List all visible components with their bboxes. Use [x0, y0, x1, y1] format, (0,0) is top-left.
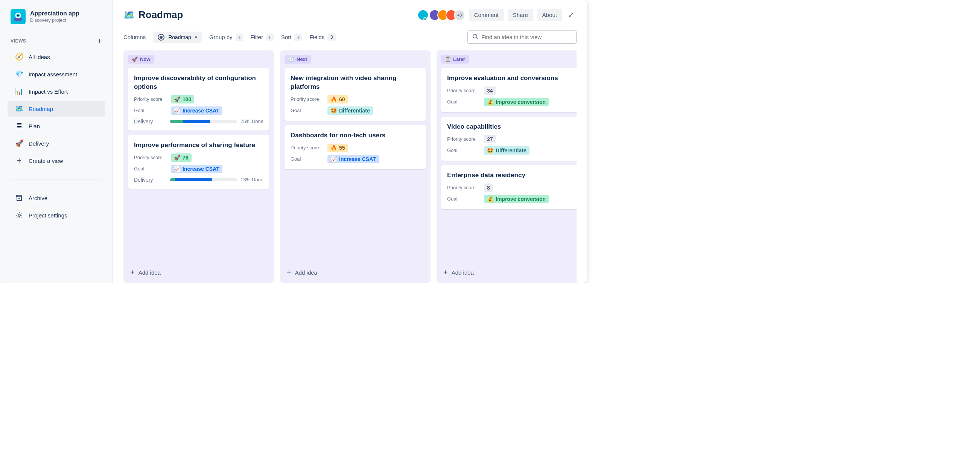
add-idea-label: Add idea — [138, 270, 161, 276]
goal-badge: 🤩Differentiate — [328, 106, 373, 115]
goal-label: Goal — [291, 156, 323, 162]
goal-badge: 📈Increase CSAT — [328, 155, 379, 163]
add-view-button[interactable]: + — [97, 37, 102, 45]
avatars-overflow[interactable]: +3 — [454, 10, 465, 21]
sort-control[interactable]: Sort + — [281, 33, 302, 41]
card-title: New integration with video sharing platf… — [291, 74, 420, 91]
add-idea-button[interactable]: +Add idea — [441, 264, 577, 278]
priority-label: Priority score — [447, 136, 479, 142]
goal-icon: 🤩 — [487, 147, 493, 154]
sidebar-item-label: Plan — [29, 123, 40, 129]
columns-label[interactable]: Columns — [123, 34, 146, 40]
map-icon: 🗺️ — [15, 105, 23, 113]
search-input-wrapper[interactable] — [468, 30, 577, 44]
presence-avatars[interactable]: +3 — [420, 10, 465, 21]
goal-label: Goal — [134, 108, 166, 113]
sidebar: Appreciation app Discovery project VIEWS… — [0, 0, 113, 283]
columns-dropdown[interactable]: Roadmap ▾ — [153, 32, 202, 43]
expand-icon[interactable]: ⤢ — [566, 8, 577, 21]
idea-card[interactable]: Video capabilitiesPriority score27Goal🤩D… — [441, 117, 577, 161]
idea-card[interactable]: Improve discoverability of configuration… — [128, 68, 269, 130]
create-view-button[interactable]: + Create a view — [8, 153, 105, 168]
goal-text: Differentiate — [496, 147, 527, 154]
column-name: Next — [297, 56, 307, 62]
board-column: ⏳LaterImprove evaluation and conversions… — [437, 51, 577, 283]
add-idea-button[interactable]: +Add idea — [285, 264, 426, 278]
idea-card[interactable]: New integration with video sharing platf… — [285, 68, 426, 121]
column-header[interactable]: 🕘Next — [285, 55, 311, 63]
column-header[interactable]: ⏳Later — [441, 55, 469, 63]
svg-line-9 — [476, 38, 478, 39]
goal-label: Goal — [447, 147, 479, 153]
page-title: Roadmap — [138, 9, 183, 21]
plus-icon: + — [235, 33, 243, 41]
priority-value: 34 — [487, 88, 493, 94]
project-logo — [11, 9, 25, 24]
priority-value: 27 — [487, 136, 493, 142]
idea-card[interactable]: Enterprise data residencyPriority score8… — [441, 165, 577, 209]
goal-icon: 🤩 — [331, 108, 337, 114]
goal-text: Improve conversion — [496, 196, 546, 202]
sidebar-item-label: Impact vs Effort — [29, 89, 68, 95]
goal-label: Goal — [447, 99, 479, 105]
about-button[interactable]: About — [537, 9, 562, 21]
project-header[interactable]: Appreciation app Discovery project — [3, 8, 110, 30]
progress-bar — [170, 120, 237, 123]
share-button[interactable]: Share — [508, 9, 533, 21]
comment-button[interactable]: Comment — [469, 9, 504, 21]
gear-icon — [15, 211, 23, 219]
project-subtitle: Discovery project — [30, 18, 80, 23]
sidebar-item-all-ideas[interactable]: 🧭 All ideas — [8, 49, 105, 65]
priority-value: 60 — [339, 96, 345, 102]
badge-icon: 🚀 — [174, 96, 180, 102]
list-icon: ≣ — [15, 122, 23, 130]
sidebar-item-roadmap[interactable]: 🗺️ Roadmap — [8, 101, 105, 117]
plus-icon: + — [443, 268, 448, 277]
svg-point-3 — [18, 15, 19, 17]
priority-badge: 🚀78 — [171, 154, 192, 162]
avatar[interactable] — [417, 10, 429, 21]
card-title: Improve evaluation and conversions — [447, 74, 577, 83]
rocket-icon: 🚀 — [15, 139, 23, 147]
groupby-control[interactable]: Group by + — [209, 33, 243, 41]
delivery-label: Delivery — [134, 177, 166, 183]
sidebar-item-label: Delivery — [29, 140, 49, 147]
sidebar-item-archive[interactable]: Archive — [8, 190, 105, 206]
filter-control[interactable]: Filter + — [251, 33, 274, 41]
priority-value: 78 — [183, 155, 189, 161]
goal-badge: 💰Improve conversion — [484, 195, 549, 203]
goal-badge: 🤩Differentiate — [484, 146, 530, 155]
fields-control[interactable]: Fields 3 — [309, 33, 335, 41]
priority-badge: 🚀100 — [171, 95, 194, 103]
goal-badge: 📈Increase CSAT — [171, 106, 223, 115]
plus-icon: + — [266, 33, 274, 41]
column-name: Later — [453, 56, 465, 62]
view-toolbar: Columns Roadmap ▾ Group by + Filter + So… — [123, 30, 577, 44]
priority-badge: 34 — [484, 87, 496, 95]
sidebar-item-label: Roadmap — [29, 106, 53, 112]
sidebar-item-impact-vs-effort[interactable]: 📊 Impact vs Effort — [8, 84, 105, 99]
goal-label: Goal — [291, 108, 323, 113]
column-icon: ⏳ — [445, 56, 451, 62]
sidebar-item-plan[interactable]: ≣ Plan — [8, 118, 105, 134]
compass-icon: 🧭 — [15, 53, 23, 61]
idea-card[interactable]: Improve evaluation and conversionsPriori… — [441, 68, 577, 112]
sidebar-item-label: Archive — [29, 195, 48, 201]
column-header[interactable]: 🚀Now — [128, 55, 154, 63]
goal-icon: 📈 — [331, 156, 337, 162]
sidebar-item-delivery[interactable]: 🚀 Delivery — [8, 135, 105, 151]
add-idea-button[interactable]: +Add idea — [128, 264, 269, 278]
plus-icon: + — [294, 33, 302, 41]
progress-text: 13% Done — [240, 177, 263, 182]
sidebar-item-impact-assessment[interactable]: 💎 Impact assessment — [8, 66, 105, 82]
goal-text: Improve conversion — [496, 99, 546, 105]
fields-count: 3 — [328, 33, 335, 41]
search-input[interactable] — [481, 34, 572, 40]
priority-badge: 🔥60 — [328, 95, 348, 103]
idea-card[interactable]: Dashboards for non-tech usersPriority sc… — [285, 125, 426, 169]
sidebar-item-settings[interactable]: Project settings — [8, 207, 105, 223]
idea-card[interactable]: Improve performance of sharing featurePr… — [128, 135, 269, 189]
goal-text: Increase CSAT — [339, 156, 376, 162]
delivery-label: Delivery — [134, 119, 166, 125]
plus-icon: + — [287, 268, 291, 277]
